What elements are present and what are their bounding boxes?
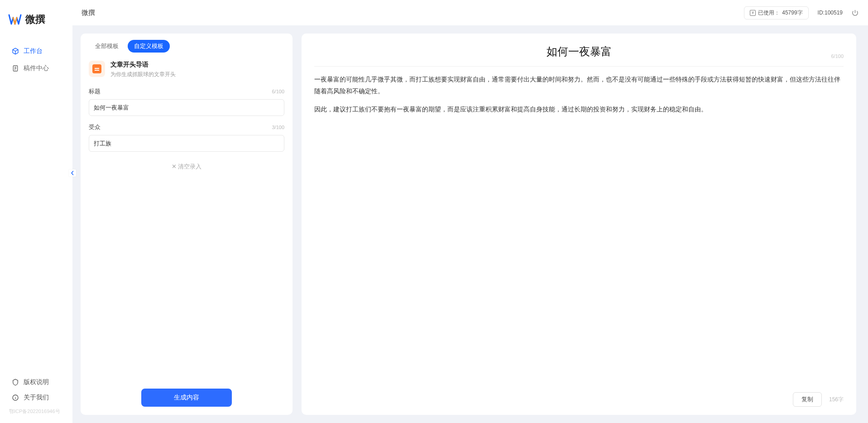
output-title-row: 如何一夜暴富 6/100 [314, 44, 844, 59]
power-icon [851, 9, 859, 17]
output-paragraph: 一夜暴富的可能性几乎微乎其微，而打工族想要实现财富自由，通常需要付出大量的时间和… [314, 74, 844, 97]
field-title: 标题 6/100 [89, 87, 284, 116]
sidebar-item-copyright[interactable]: 版权说明 [0, 375, 72, 390]
output-title-counter: 6/100 [831, 53, 844, 59]
copy-button[interactable]: 复制 [793, 392, 822, 407]
divider [314, 66, 844, 67]
logo-icon [8, 13, 22, 26]
sidebar-item-label: 稿件中心 [24, 64, 49, 72]
sidebar-item-drafts[interactable]: 稿件中心 [0, 60, 72, 77]
generate-button[interactable]: 生成内容 [141, 389, 232, 407]
text-icon: T [750, 10, 756, 16]
icp-text: 鄂ICP备2022016946号 [0, 405, 72, 418]
shield-icon [12, 379, 19, 386]
content-columns: 全部模板 自定义模板 文章开头导语 为你生成抓眼球的文章开头 标题 6/ [72, 25, 868, 423]
sidebar-nav: 工作台 稿件中心 [0, 34, 72, 375]
page-title: 微撰 [82, 9, 95, 17]
field-label: 标题 [89, 87, 101, 96]
template-desc: 为你生成抓眼球的文章开头 [110, 71, 176, 78]
template-title: 文章开头导语 [110, 61, 176, 69]
user-id: ID:100519 [818, 10, 843, 16]
sidebar-item-label: 关于我们 [24, 394, 49, 402]
sidebar-item-label: 工作台 [24, 47, 43, 55]
word-count: 156字 [829, 396, 844, 404]
sidebar-bottom: 版权说明 关于我们 鄂ICP备2022016946号 [0, 375, 72, 423]
usage-prefix: 已使用： [758, 9, 780, 17]
output-panel: 如何一夜暴富 6/100 一夜暴富的可能性几乎微乎其微，而打工族想要实现财富自由… [302, 34, 856, 415]
output-body: 一夜暴富的可能性几乎微乎其微，而打工族想要实现财富自由，通常需要付出大量的时间和… [314, 74, 844, 388]
field-audience: 受众 3/100 [89, 123, 284, 152]
tab-all-templates[interactable]: 全部模板 [89, 40, 125, 53]
logout-button[interactable] [851, 9, 859, 17]
output-footer: 复制 156字 [314, 388, 844, 407]
chevron-left-icon [70, 171, 75, 175]
info-icon [12, 394, 19, 401]
audience-input[interactable] [89, 135, 284, 152]
output-title: 如何一夜暴富 [547, 44, 612, 59]
title-input[interactable] [89, 99, 284, 116]
template-header: 文章开头导语 为你生成抓眼球的文章开头 [89, 61, 284, 78]
main-area: 微撰 T 已使用： 45799字 ID:100519 全部模板 自定义模板 [72, 0, 868, 423]
config-panel: 全部模板 自定义模板 文章开头导语 为你生成抓眼球的文章开头 标题 6/ [81, 34, 293, 415]
sidebar-collapse-handle[interactable] [69, 169, 76, 177]
output-paragraph: 因此，建议打工族们不要抱有一夜暴富的期望，而是应该注重积累财富和提高自身技能，通… [314, 104, 844, 115]
document-icon [12, 65, 19, 72]
topbar: 微撰 T 已使用： 45799字 ID:100519 [72, 0, 868, 25]
brand-logo: 微撰 [0, 0, 72, 34]
template-icon [89, 61, 105, 77]
sidebar-item-label: 版权说明 [24, 378, 49, 386]
template-tabs: 全部模板 自定义模板 [89, 40, 284, 53]
cube-icon [12, 48, 19, 55]
field-counter: 6/100 [272, 89, 284, 94]
clear-input-link[interactable]: ✕ 清空录入 [89, 159, 284, 174]
usage-value: 45799字 [782, 9, 802, 17]
sidebar-item-about[interactable]: 关于我们 [0, 390, 72, 405]
usage-badge[interactable]: T 已使用： 45799字 [744, 6, 808, 19]
field-counter: 3/100 [272, 125, 284, 130]
sidebar-item-workspace[interactable]: 工作台 [0, 43, 72, 60]
field-label: 受众 [89, 123, 101, 131]
brand-name: 微撰 [25, 13, 45, 26]
sidebar: 微撰 工作台 稿件中心 版权说明 关于我们 鄂ICP备2022016946号 [0, 0, 72, 423]
document-lines-icon [92, 64, 101, 73]
tab-custom-template[interactable]: 自定义模板 [128, 40, 170, 53]
